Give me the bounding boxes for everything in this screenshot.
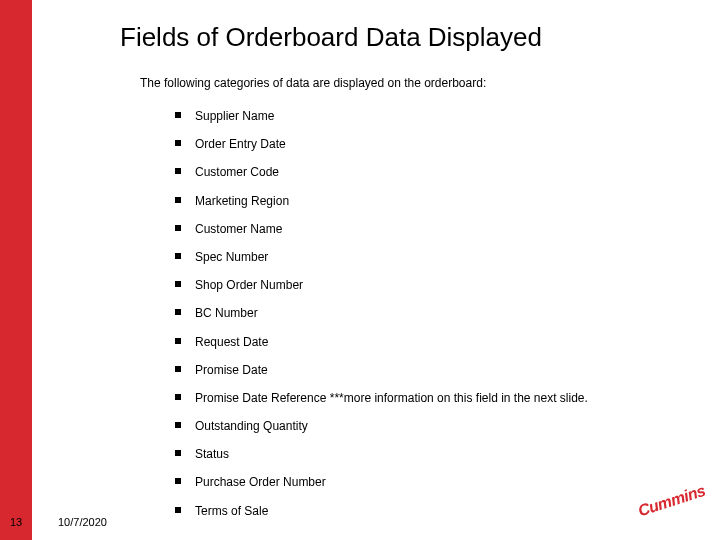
accent-bar: [0, 0, 32, 540]
bullet-icon: [175, 450, 181, 456]
slide-number: 13: [10, 516, 22, 528]
list-item: Customer Name: [175, 221, 655, 237]
bullet-icon: [175, 253, 181, 259]
list-item: Order Entry Date: [175, 136, 655, 152]
bullet-text: Customer Name: [195, 221, 282, 237]
list-item: Customer Code: [175, 164, 655, 180]
bullet-text: Order Entry Date: [195, 136, 286, 152]
bullet-list: Supplier Name Order Entry Date Customer …: [175, 108, 655, 531]
intro-text: The following categories of data are dis…: [140, 76, 486, 90]
bullet-icon: [175, 225, 181, 231]
slide-date: 10/7/2020: [58, 516, 107, 528]
bullet-icon: [175, 309, 181, 315]
bullet-text: Purchase Order Number: [195, 474, 326, 490]
bullet-text: Spec Number: [195, 249, 268, 265]
bullet-text: Marketing Region: [195, 193, 289, 209]
bullet-text: Shop Order Number: [195, 277, 303, 293]
bullet-icon: [175, 422, 181, 428]
bullet-text: Supplier Name: [195, 108, 274, 124]
bullet-text: Outstanding Quantity: [195, 418, 308, 434]
bullet-icon: [175, 507, 181, 513]
bullet-text: Terms of Sale: [195, 503, 268, 519]
bullet-icon: [175, 478, 181, 484]
bullet-icon: [175, 366, 181, 372]
list-item: Purchase Order Number: [175, 474, 655, 490]
bullet-text: Promise Date Reference ***more informati…: [195, 390, 588, 406]
list-item: Supplier Name: [175, 108, 655, 124]
bullet-text: BC Number: [195, 305, 258, 321]
list-item: Promise Date: [175, 362, 655, 378]
bullet-icon: [175, 140, 181, 146]
list-item: Status: [175, 446, 655, 462]
list-item: Request Date: [175, 334, 655, 350]
list-item: Spec Number: [175, 249, 655, 265]
bullet-icon: [175, 197, 181, 203]
bullet-text: Status: [195, 446, 229, 462]
list-item: Marketing Region: [175, 193, 655, 209]
list-item: BC Number: [175, 305, 655, 321]
list-item: Outstanding Quantity: [175, 418, 655, 434]
bullet-text: Request Date: [195, 334, 268, 350]
bullet-icon: [175, 168, 181, 174]
bullet-text: Promise Date: [195, 362, 268, 378]
list-item: Promise Date Reference ***more informati…: [175, 390, 655, 406]
list-item: Terms of Sale: [175, 503, 655, 519]
bullet-icon: [175, 394, 181, 400]
slide-title: Fields of Orderboard Data Displayed: [120, 22, 542, 53]
bullet-icon: [175, 112, 181, 118]
list-item: Shop Order Number: [175, 277, 655, 293]
bullet-text: Customer Code: [195, 164, 279, 180]
bullet-icon: [175, 338, 181, 344]
bullet-icon: [175, 281, 181, 287]
